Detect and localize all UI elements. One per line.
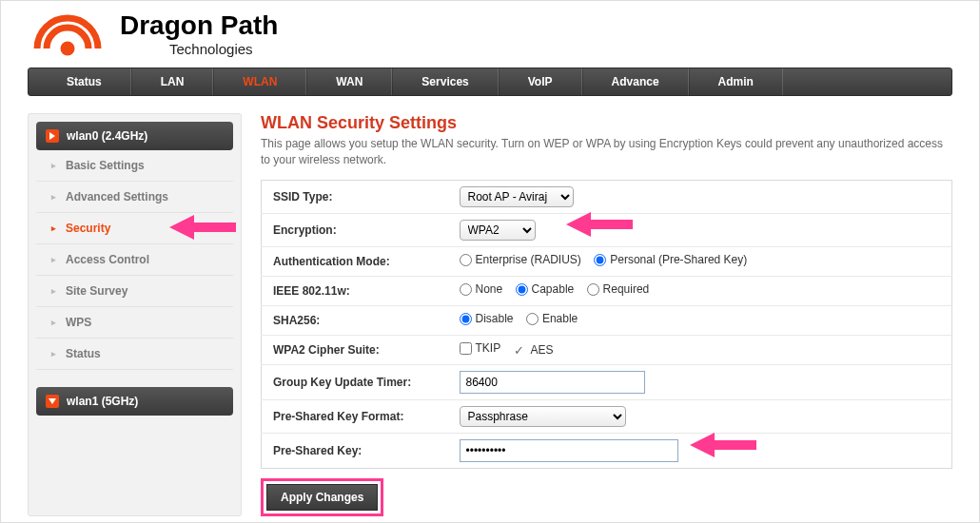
apply-changes-button[interactable]: Apply Changes: [266, 484, 378, 511]
cipher-tkip-checkbox[interactable]: [460, 342, 472, 355]
brand-title: Dragon Path: [120, 12, 278, 39]
top-nav: Status LAN WLAN WAN Services VoIP Advanc…: [28, 68, 952, 96]
annotation-arrow-icon: [690, 433, 756, 457]
sidebar-item-label: Status: [66, 347, 101, 360]
sidebar-item-access-control[interactable]: ▸ Access Control: [36, 244, 233, 276]
svg-rect-5: [589, 220, 633, 229]
nav-admin[interactable]: Admin: [689, 68, 783, 95]
cipher-aes-option: ✓ AES: [514, 343, 554, 358]
nav-lan[interactable]: LAN: [131, 68, 214, 95]
sidebar-item-site-survey[interactable]: ▸ Site Survey: [36, 276, 233, 307]
label-psk-format: Pre-Shared Key Format:: [262, 399, 452, 433]
ieee-none-radio[interactable]: [460, 283, 472, 296]
row-ieee80211w: IEEE 802.11w: None Capable Required: [262, 276, 952, 305]
chevron-right-icon: [46, 129, 59, 143]
sidebar-item-basic-settings[interactable]: ▸ Basic Settings: [36, 150, 233, 182]
auth-enterprise-radio[interactable]: [460, 254, 472, 266]
sidebar-item-label: Advanced Settings: [66, 190, 168, 203]
psk-input[interactable]: [460, 439, 678, 462]
sidebar-item-label: Security: [66, 222, 110, 235]
sidebar-item-wps[interactable]: ▸ WPS: [36, 307, 233, 339]
label-ssid-type: SSID Type:: [262, 180, 452, 213]
sidebar-item-security[interactable]: ▸ Security: [36, 213, 233, 244]
ieee-required-radio[interactable]: [587, 283, 599, 296]
encryption-select[interactable]: WPA2: [460, 220, 536, 241]
sidebar-item-advanced-settings[interactable]: ▸ Advanced Settings: [36, 182, 233, 213]
label-encryption: Encryption:: [262, 213, 452, 246]
label-ieee80211w: IEEE 802.11w:: [262, 276, 452, 305]
row-ssid-type: SSID Type: Root AP - Aviraj: [262, 180, 952, 213]
row-cipher: WPA2 Cipher Suite: TKIP ✓ AES: [262, 335, 952, 364]
triangle-icon: ▸: [51, 349, 56, 358]
row-sha256: SHA256: Disable Enable: [262, 305, 952, 335]
sidebar-head-wlan1[interactable]: wlan1 (5GHz): [36, 387, 233, 416]
annotation-arrow-icon: [169, 215, 236, 240]
apply-highlight: Apply Changes: [261, 478, 383, 516]
brand-subtitle: Technologies: [169, 41, 278, 57]
nav-advance[interactable]: Advance: [582, 68, 689, 95]
ieee-capable-radio[interactable]: [516, 283, 528, 296]
content: wlan0 (2.4GHz) ▸ Basic Settings ▸ Advanc…: [1, 96, 979, 516]
psk-format-select[interactable]: Passphrase: [460, 406, 626, 427]
sidebar-head-label: wlan1 (5GHz): [67, 395, 138, 408]
page-title: WLAN Security Settings: [261, 113, 952, 133]
annotation-arrow-icon: [566, 212, 633, 237]
svg-marker-3: [169, 215, 194, 240]
logo-icon: [29, 10, 106, 58]
cipher-tkip-option[interactable]: TKIP: [460, 341, 501, 355]
auth-enterprise-option[interactable]: Enterprise (RADIUS): [460, 253, 581, 266]
row-group-key: Group Key Update Timer:: [262, 364, 952, 399]
label-auth-mode: Authentication Mode:: [262, 246, 452, 276]
sha-enable-option[interactable]: Enable: [526, 312, 578, 325]
svg-marker-1: [49, 132, 55, 140]
sidebar-item-label: WPS: [66, 316, 91, 329]
sha-disable-radio[interactable]: [460, 313, 472, 325]
auth-personal-option[interactable]: Personal (Pre-Shared Key): [594, 253, 747, 266]
label-sha256: SHA256:: [262, 305, 452, 335]
svg-marker-8: [690, 433, 715, 457]
chevron-down-icon: [46, 395, 59, 408]
triangle-icon: ▸: [51, 161, 56, 170]
brand-block: Dragon Path Technologies: [120, 12, 278, 57]
header: Dragon Path Technologies: [1, 1, 979, 63]
sidebar-item-label: Site Survey: [66, 284, 127, 298]
nav-wan[interactable]: WAN: [306, 68, 392, 95]
svg-point-0: [61, 42, 75, 56]
svg-marker-4: [49, 398, 56, 404]
sidebar-item-label: Basic Settings: [66, 159, 145, 172]
triangle-icon: ▸: [51, 318, 56, 327]
ieee-none-option[interactable]: None: [460, 282, 503, 296]
label-psk: Pre-Shared Key:: [262, 433, 452, 468]
row-psk-format: Pre-Shared Key Format: Passphrase: [262, 399, 952, 433]
row-encryption: Encryption: WPA2: [262, 213, 952, 246]
row-auth-mode: Authentication Mode: Enterprise (RADIUS)…: [262, 246, 952, 276]
settings-table: SSID Type: Root AP - Aviraj Encryption: …: [261, 180, 952, 469]
triangle-icon: ▸: [51, 223, 56, 233]
nav-voip[interactable]: VoIP: [499, 68, 582, 95]
nav-status[interactable]: Status: [29, 68, 131, 95]
ssid-type-select[interactable]: Root AP - Aviraj: [460, 186, 574, 207]
triangle-icon: ▸: [51, 192, 56, 202]
page-description: This page allows you setup the WLAN secu…: [261, 136, 952, 168]
ieee-capable-option[interactable]: Capable: [516, 282, 575, 296]
ieee-required-option[interactable]: Required: [587, 282, 650, 296]
svg-rect-7: [713, 440, 756, 450]
nav-services[interactable]: Services: [392, 68, 498, 95]
sidebar-head-wlan0[interactable]: wlan0 (2.4GHz): [36, 122, 233, 150]
triangle-icon: ▸: [51, 286, 56, 296]
sha-disable-option[interactable]: Disable: [460, 312, 514, 325]
check-icon: ✓: [514, 343, 524, 358]
row-psk: Pre-Shared Key:: [262, 433, 952, 468]
sidebar-item-status[interactable]: ▸ Status: [36, 339, 233, 370]
sidebar-group-wlan1: wlan1 (5GHz): [36, 387, 233, 416]
svg-rect-2: [192, 223, 236, 232]
label-group-key: Group Key Update Timer:: [262, 364, 452, 399]
auth-personal-radio[interactable]: [594, 254, 606, 266]
nav-wlan[interactable]: WLAN: [213, 68, 306, 95]
sidebar-item-label: Access Control: [66, 253, 149, 266]
sidebar: wlan0 (2.4GHz) ▸ Basic Settings ▸ Advanc…: [28, 113, 242, 516]
sha-enable-radio[interactable]: [526, 313, 539, 325]
sidebar-group-wlan0: wlan0 (2.4GHz) ▸ Basic Settings ▸ Advanc…: [36, 122, 233, 370]
triangle-icon: ▸: [51, 255, 56, 264]
group-key-input[interactable]: [460, 371, 645, 394]
